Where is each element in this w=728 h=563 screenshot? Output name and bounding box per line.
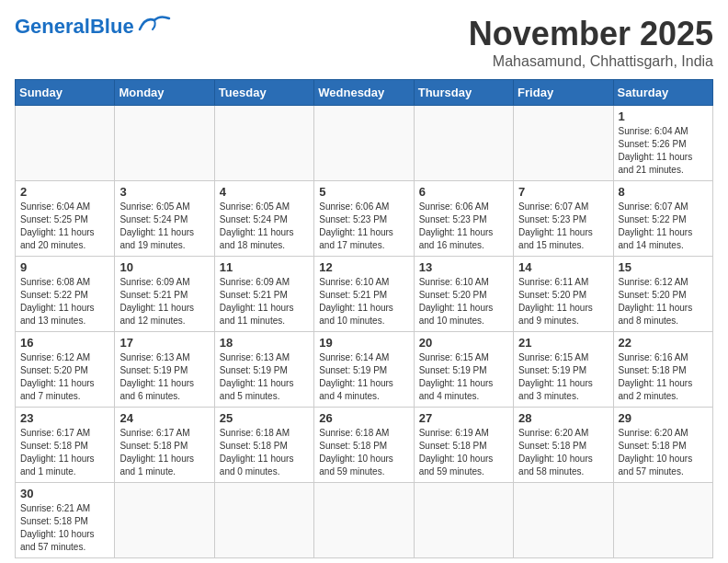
calendar-day-cell bbox=[414, 483, 513, 558]
calendar-col-header: Tuesday bbox=[214, 80, 313, 106]
logo-bird-icon bbox=[138, 13, 171, 33]
day-number: 20 bbox=[419, 336, 508, 350]
day-info: Sunrise: 6:04 AM Sunset: 5:26 PM Dayligh… bbox=[619, 125, 708, 177]
day-number: 6 bbox=[419, 185, 508, 199]
calendar-header-row: SundayMondayTuesdayWednesdayThursdayFrid… bbox=[16, 80, 713, 106]
day-info: Sunrise: 6:20 AM Sunset: 5:18 PM Dayligh… bbox=[619, 427, 708, 478]
day-number: 14 bbox=[518, 260, 608, 274]
day-info: Sunrise: 6:09 AM Sunset: 5:21 PM Dayligh… bbox=[220, 276, 309, 327]
day-info: Sunrise: 6:07 AM Sunset: 5:22 PM Dayligh… bbox=[619, 201, 708, 252]
calendar-day-cell: 20Sunrise: 6:15 AM Sunset: 5:19 PM Dayli… bbox=[414, 332, 513, 408]
calendar-day-cell: 16Sunrise: 6:12 AM Sunset: 5:20 PM Dayli… bbox=[16, 332, 115, 408]
day-info: Sunrise: 6:19 AM Sunset: 5:18 PM Dayligh… bbox=[419, 427, 508, 478]
day-info: Sunrise: 6:05 AM Sunset: 5:24 PM Dayligh… bbox=[119, 201, 209, 252]
calendar-day-cell: 24Sunrise: 6:17 AM Sunset: 5:18 PM Dayli… bbox=[115, 408, 214, 483]
day-number: 16 bbox=[20, 336, 109, 350]
day-info: Sunrise: 6:13 AM Sunset: 5:19 PM Dayligh… bbox=[220, 351, 309, 403]
calendar-day-cell: 25Sunrise: 6:18 AM Sunset: 5:18 PM Dayli… bbox=[214, 408, 313, 483]
day-info: Sunrise: 6:10 AM Sunset: 5:20 PM Dayligh… bbox=[419, 276, 508, 327]
day-info: Sunrise: 6:17 AM Sunset: 5:18 PM Dayligh… bbox=[20, 427, 109, 478]
calendar-day-cell: 18Sunrise: 6:13 AM Sunset: 5:19 PM Dayli… bbox=[214, 332, 313, 408]
day-info: Sunrise: 6:16 AM Sunset: 5:18 PM Dayligh… bbox=[619, 351, 708, 403]
day-number: 28 bbox=[518, 411, 608, 425]
logo: GeneralBlue bbox=[15, 15, 171, 39]
day-number: 19 bbox=[319, 336, 408, 350]
calendar-day-cell: 8Sunrise: 6:07 AM Sunset: 5:22 PM Daylig… bbox=[613, 181, 712, 257]
calendar-day-cell: 29Sunrise: 6:20 AM Sunset: 5:18 PM Dayli… bbox=[613, 408, 712, 483]
day-info: Sunrise: 6:18 AM Sunset: 5:18 PM Dayligh… bbox=[319, 427, 408, 478]
calendar-col-header: Wednesday bbox=[314, 80, 414, 106]
calendar-day-cell bbox=[514, 106, 613, 181]
day-info: Sunrise: 6:10 AM Sunset: 5:21 PM Dayligh… bbox=[319, 276, 408, 327]
calendar-col-header: Sunday bbox=[16, 80, 115, 106]
day-number: 1 bbox=[619, 109, 708, 123]
day-number: 17 bbox=[119, 336, 209, 350]
calendar-day-cell: 21Sunrise: 6:15 AM Sunset: 5:19 PM Dayli… bbox=[514, 332, 613, 408]
day-number: 5 bbox=[319, 185, 408, 199]
calendar-day-cell: 7Sunrise: 6:07 AM Sunset: 5:23 PM Daylig… bbox=[514, 181, 613, 257]
calendar-day-cell: 12Sunrise: 6:10 AM Sunset: 5:21 PM Dayli… bbox=[314, 257, 414, 332]
day-number: 2 bbox=[20, 185, 109, 199]
day-number: 26 bbox=[319, 411, 408, 425]
calendar-day-cell: 13Sunrise: 6:10 AM Sunset: 5:20 PM Dayli… bbox=[414, 257, 513, 332]
day-number: 8 bbox=[619, 185, 708, 199]
calendar-day-cell: 5Sunrise: 6:06 AM Sunset: 5:23 PM Daylig… bbox=[314, 181, 414, 257]
day-number: 15 bbox=[619, 260, 708, 274]
calendar-day-cell: 6Sunrise: 6:06 AM Sunset: 5:23 PM Daylig… bbox=[414, 181, 513, 257]
calendar-day-cell: 11Sunrise: 6:09 AM Sunset: 5:21 PM Dayli… bbox=[214, 257, 313, 332]
day-number: 24 bbox=[119, 411, 209, 425]
day-number: 11 bbox=[220, 260, 309, 274]
day-info: Sunrise: 6:15 AM Sunset: 5:19 PM Dayligh… bbox=[419, 351, 508, 403]
day-info: Sunrise: 6:20 AM Sunset: 5:18 PM Dayligh… bbox=[518, 427, 608, 478]
calendar-week-row: 23Sunrise: 6:17 AM Sunset: 5:18 PM Dayli… bbox=[16, 408, 713, 483]
calendar-week-row: 1Sunrise: 6:04 AM Sunset: 5:26 PM Daylig… bbox=[16, 106, 713, 181]
day-number: 13 bbox=[419, 260, 508, 274]
calendar-day-cell bbox=[314, 483, 414, 558]
calendar-day-cell bbox=[514, 483, 613, 558]
month-title: November 2025 bbox=[469, 15, 713, 53]
day-info: Sunrise: 6:12 AM Sunset: 5:20 PM Dayligh… bbox=[619, 276, 708, 327]
calendar-day-cell: 17Sunrise: 6:13 AM Sunset: 5:19 PM Dayli… bbox=[115, 332, 214, 408]
calendar-day-cell: 4Sunrise: 6:05 AM Sunset: 5:24 PM Daylig… bbox=[214, 181, 313, 257]
day-number: 21 bbox=[518, 336, 608, 350]
day-info: Sunrise: 6:12 AM Sunset: 5:20 PM Dayligh… bbox=[20, 351, 109, 403]
day-number: 22 bbox=[619, 336, 708, 350]
calendar-table: SundayMondayTuesdayWednesdayThursdayFrid… bbox=[15, 79, 713, 558]
day-number: 23 bbox=[20, 411, 109, 425]
day-info: Sunrise: 6:17 AM Sunset: 5:18 PM Dayligh… bbox=[119, 427, 209, 478]
calendar-day-cell: 30Sunrise: 6:21 AM Sunset: 5:18 PM Dayli… bbox=[16, 483, 115, 558]
day-info: Sunrise: 6:15 AM Sunset: 5:19 PM Dayligh… bbox=[518, 351, 608, 403]
location-subtitle: Mahasamund, Chhattisgarh, India bbox=[469, 53, 713, 70]
calendar-day-cell bbox=[115, 483, 214, 558]
day-number: 29 bbox=[619, 411, 708, 425]
calendar-day-cell: 28Sunrise: 6:20 AM Sunset: 5:18 PM Dayli… bbox=[514, 408, 613, 483]
day-info: Sunrise: 6:14 AM Sunset: 5:19 PM Dayligh… bbox=[319, 351, 408, 403]
calendar-day-cell: 9Sunrise: 6:08 AM Sunset: 5:22 PM Daylig… bbox=[16, 257, 115, 332]
calendar-day-cell: 14Sunrise: 6:11 AM Sunset: 5:20 PM Dayli… bbox=[514, 257, 613, 332]
calendar-day-cell bbox=[214, 483, 313, 558]
page: GeneralBlue November 2025 Mahasamund, Ch… bbox=[0, 0, 728, 563]
day-number: 12 bbox=[319, 260, 408, 274]
calendar-col-header: Saturday bbox=[613, 80, 712, 106]
calendar-day-cell: 1Sunrise: 6:04 AM Sunset: 5:26 PM Daylig… bbox=[613, 106, 712, 181]
day-info: Sunrise: 6:07 AM Sunset: 5:23 PM Dayligh… bbox=[518, 201, 608, 252]
calendar-day-cell bbox=[214, 106, 313, 181]
day-number: 3 bbox=[119, 185, 209, 199]
calendar-day-cell: 27Sunrise: 6:19 AM Sunset: 5:18 PM Dayli… bbox=[414, 408, 513, 483]
calendar-col-header: Friday bbox=[514, 80, 613, 106]
day-info: Sunrise: 6:04 AM Sunset: 5:25 PM Dayligh… bbox=[20, 201, 109, 252]
logo-text: GeneralBlue bbox=[15, 15, 134, 39]
calendar-day-cell bbox=[16, 106, 115, 181]
day-info: Sunrise: 6:05 AM Sunset: 5:24 PM Dayligh… bbox=[220, 201, 309, 252]
header: GeneralBlue November 2025 Mahasamund, Ch… bbox=[15, 15, 713, 70]
calendar-day-cell: 10Sunrise: 6:09 AM Sunset: 5:21 PM Dayli… bbox=[115, 257, 214, 332]
day-number: 25 bbox=[220, 411, 309, 425]
calendar-week-row: 2Sunrise: 6:04 AM Sunset: 5:25 PM Daylig… bbox=[16, 181, 713, 257]
calendar-day-cell: 22Sunrise: 6:16 AM Sunset: 5:18 PM Dayli… bbox=[613, 332, 712, 408]
calendar-day-cell: 26Sunrise: 6:18 AM Sunset: 5:18 PM Dayli… bbox=[314, 408, 414, 483]
day-number: 4 bbox=[220, 185, 309, 199]
day-info: Sunrise: 6:18 AM Sunset: 5:18 PM Dayligh… bbox=[220, 427, 309, 478]
day-info: Sunrise: 6:11 AM Sunset: 5:20 PM Dayligh… bbox=[518, 276, 608, 327]
day-info: Sunrise: 6:13 AM Sunset: 5:19 PM Dayligh… bbox=[119, 351, 209, 403]
calendar-day-cell: 3Sunrise: 6:05 AM Sunset: 5:24 PM Daylig… bbox=[115, 181, 214, 257]
